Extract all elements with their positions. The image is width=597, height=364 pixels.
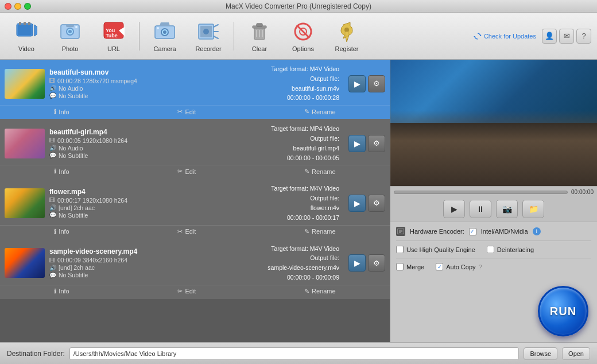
options-icon <box>292 20 315 43</box>
file-item-main-2: beautiful-girl.mp4 🎞 00:00:05 1920x1080 … <box>0 119 390 165</box>
file-item-3: flower.mp4 🎞 00:00:17 1920x1080 h264 🔊 [… <box>0 179 390 239</box>
file-item-1: beautiful-sun.mov 🎞 00:00:28 1280x720 ms… <box>0 60 390 119</box>
edit-btn-3[interactable]: ✂ Edit <box>177 228 196 235</box>
info-btn-4[interactable]: ℹ Info <box>54 288 69 295</box>
autocopy-wrap: ✓ Auto Copy ? <box>436 263 482 270</box>
help-icon-btn[interactable]: ? <box>576 29 591 44</box>
run-label: RUN <box>550 305 576 318</box>
destination-label: Destination Folder: <box>7 350 65 358</box>
browse-button[interactable]: Browse <box>524 347 557 360</box>
thumbnail-1 <box>5 69 45 99</box>
video-preview <box>390 60 597 186</box>
video-icon <box>15 20 38 43</box>
file-info-4: sample-video-scenery.mp4 🎞 00:00:09 3840… <box>49 247 192 278</box>
rename-btn-4[interactable]: ✎ Rename <box>304 288 336 295</box>
hw-encoder-checkbox[interactable]: ✓ <box>469 228 476 235</box>
rename-btn-1[interactable]: ✎ Rename <box>304 108 336 115</box>
rename-btn-3[interactable]: ✎ Rename <box>304 228 336 235</box>
svg-rect-30 <box>257 24 262 26</box>
toolbar-item-photo[interactable]: Photo <box>49 16 91 56</box>
options-label: Options <box>292 45 314 52</box>
rename-icon-4: ✎ <box>304 288 309 295</box>
file-meta-4: 🎞 00:00:09 3840x2160 h264 🔊 [und] 2ch aa… <box>49 257 192 278</box>
settings-btn-3[interactable]: ⚙ <box>368 195 385 212</box>
toolbar-item-register[interactable]: Register <box>326 16 367 56</box>
autocopy-checkbox[interactable]: ✓ <box>436 263 443 270</box>
user-icons: 👤 ✉ ? <box>542 29 591 44</box>
play-btn-1[interactable]: ▶ <box>348 75 366 92</box>
deinterlacing-label: Deinterlacing <box>497 246 534 253</box>
svg-point-27 <box>203 29 209 34</box>
thumbnail-2 <box>5 129 45 158</box>
rename-btn-2[interactable]: ✎ Rename <box>304 168 336 175</box>
file-item-bar-3: ℹ Info ✂ Edit ✎ Rename <box>0 225 390 239</box>
folder-btn[interactable]: 📁 <box>522 200 544 218</box>
snapshot-btn[interactable]: 📷 <box>496 200 518 218</box>
toolbar-item-video[interactable]: Video <box>6 16 47 56</box>
autocopy-label: Auto Copy <box>446 264 475 270</box>
file-meta-1: 🎞 00:00:28 1280x720 msmpeg4 🔊 No Audio 💬… <box>49 78 192 99</box>
film-icon-4: 🎞 <box>49 257 55 264</box>
destination-input[interactable] <box>69 347 520 360</box>
info-btn-2[interactable]: ℹ Info <box>54 168 69 175</box>
file-info-2: beautiful-girl.mp4 🎞 00:00:05 1920x1080 … <box>49 128 192 159</box>
check-updates-link[interactable]: Check for Updates <box>474 32 536 40</box>
rename-icon-1: ✎ <box>304 108 309 115</box>
autocopy-help[interactable]: ? <box>479 264 482 270</box>
preview-rocks <box>390 110 597 186</box>
info-icon-4: ℹ <box>54 288 56 295</box>
close-button[interactable] <box>5 3 11 10</box>
file-list: beautiful-sun.mov 🎞 00:00:28 1280x720 ms… <box>0 60 390 342</box>
file-info-1: beautiful-sun.mov 🎞 00:00:28 1280x720 ms… <box>49 68 192 99</box>
toolbar-item-recorder[interactable]: Recorder <box>188 16 229 56</box>
play-btn-2[interactable]: ▶ <box>348 135 366 152</box>
file-item-main-1: beautiful-sun.mov 🎞 00:00:28 1280x720 ms… <box>0 60 390 105</box>
video-label: Video <box>18 45 34 52</box>
bottom-bar: Destination Folder: Browse Open <box>0 342 597 364</box>
maximize-button[interactable] <box>24 3 31 10</box>
play-control-btn[interactable]: ▶ <box>443 200 465 218</box>
play-btn-3[interactable]: ▶ <box>348 195 366 212</box>
sub-icon-4: 💬 <box>49 272 56 278</box>
svg-marker-2 <box>34 25 37 36</box>
minimize-button[interactable] <box>14 3 21 10</box>
sub-icon: 💬 <box>49 92 56 99</box>
options-panel: Hardware Encoder: ✓ Intel/AMD/Nvidia i U… <box>390 222 597 275</box>
toolbar-item-options[interactable]: Options <box>282 16 324 56</box>
audio-icon-3: 🔊 <box>49 204 56 211</box>
rename-icon-3: ✎ <box>304 228 309 235</box>
user-icon-btn[interactable]: 👤 <box>542 29 557 44</box>
edit-btn-2[interactable]: ✂ Edit <box>177 168 196 175</box>
mail-icon-btn[interactable]: ✉ <box>559 29 574 44</box>
options-row-2: Use High Quality Engine Deinterlacing <box>396 246 591 253</box>
progress-track[interactable] <box>394 191 568 194</box>
toolbar-item-clear[interactable]: Clear <box>239 16 280 56</box>
toolbar-right: Check for Updates 👤 ✉ ? <box>474 29 591 44</box>
duration-1: 00:00:28 1280x720 msmpeg4 <box>57 78 137 84</box>
open-button[interactable]: Open <box>562 347 590 360</box>
edit-btn-4[interactable]: ✂ Edit <box>177 288 196 295</box>
toolbar-item-url[interactable]: You Tube URL <box>93 16 134 56</box>
settings-btn-2[interactable]: ⚙ <box>368 135 385 152</box>
info-btn-3[interactable]: ℹ Info <box>54 228 69 235</box>
merge-checkbox[interactable] <box>396 263 404 270</box>
subtitle-1: No Subtitle <box>59 92 88 99</box>
run-button[interactable]: RUN <box>538 286 588 336</box>
edit-btn-1[interactable]: ✂ Edit <box>177 108 196 115</box>
deinterlacing-checkbox[interactable] <box>487 246 494 253</box>
pause-control-btn[interactable]: ⏸ <box>470 200 491 218</box>
hq-engine-checkbox[interactable] <box>396 246 404 253</box>
play-btn-4[interactable]: ▶ <box>348 254 366 272</box>
file-actions-2: ▶ ⚙ <box>348 135 385 152</box>
film-icon-2: 🎞 <box>49 137 55 144</box>
file-meta-3: 🎞 00:00:17 1920x1080 h264 🔊 [und] 2ch aa… <box>49 197 192 219</box>
settings-btn-4[interactable]: ⚙ <box>368 254 385 272</box>
hw-encoder-icon <box>396 227 405 236</box>
info-btn-1[interactable]: ℹ Info <box>54 108 69 115</box>
hw-info-icon[interactable]: i <box>533 227 541 235</box>
toolbar-item-camera[interactable]: Camera <box>144 16 185 56</box>
settings-btn-1[interactable]: ⚙ <box>368 75 385 92</box>
meta-audio-1: 🔊 No Audio <box>49 85 192 92</box>
svg-marker-17 <box>160 22 170 26</box>
run-section: RUN <box>390 280 597 342</box>
